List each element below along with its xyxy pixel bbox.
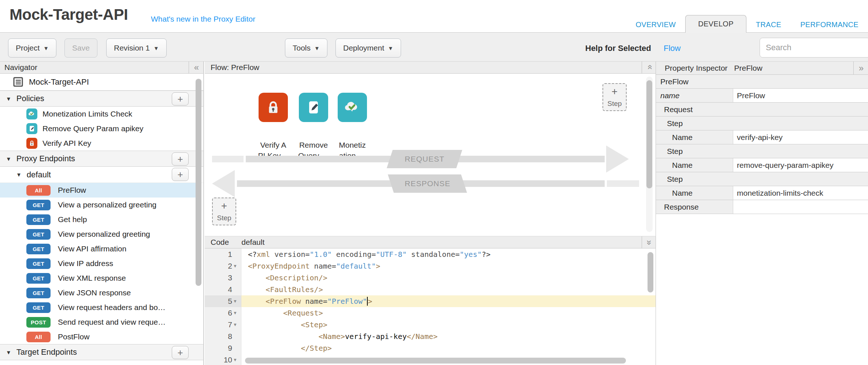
flow-item[interactable]: GET View API affirmation bbox=[0, 242, 203, 256]
triangle-down-icon: ▼ bbox=[6, 349, 11, 355]
add-step-button-bottom[interactable]: + Step bbox=[212, 198, 236, 225]
flow-item[interactable]: GET View personalized greeting bbox=[0, 227, 203, 242]
tools-button[interactable]: Tools▼ bbox=[285, 38, 327, 58]
code-line[interactable]: 9 </Step> bbox=[205, 342, 656, 354]
tab-overview[interactable]: OVERVIEW bbox=[626, 17, 685, 33]
property-inspector-header: Property Inspector PreFlow » bbox=[656, 62, 868, 75]
code-line[interactable]: 6▼ <Request> bbox=[205, 307, 656, 319]
save-button[interactable]: Save bbox=[64, 38, 97, 58]
endpoint-group-default[interactable]: ▼ default + bbox=[0, 167, 203, 183]
flow-step-remove-query-param[interactable] bbox=[299, 93, 328, 122]
fold-icon[interactable]: ▼ bbox=[233, 260, 238, 272]
add-step-button-top[interactable]: + Step bbox=[602, 83, 627, 111]
help-flow-link[interactable]: Flow bbox=[664, 44, 680, 53]
flow-item-preflow[interactable]: All PreFlow bbox=[0, 183, 196, 198]
policy-item[interactable]: Remove Query Param apikey bbox=[0, 121, 203, 136]
expand-panel-button[interactable]: » bbox=[853, 62, 868, 74]
step-name-value-field[interactable]: monetization-limits-check bbox=[733, 186, 868, 200]
code-panel: Code default » 1 <?xml version="1.0" enc… bbox=[205, 236, 656, 365]
tab-trace[interactable]: TRACE bbox=[746, 17, 791, 33]
tab-performance[interactable]: PERFORMANCE bbox=[791, 17, 868, 33]
proxy-bundle-icon bbox=[13, 77, 23, 87]
section-proxy-endpoints[interactable]: ▼ Proxy Endpoints + bbox=[0, 151, 203, 167]
code-editor[interactable]: 1 <?xml version="1.0" encoding="UTF-8" s… bbox=[205, 248, 656, 365]
proxy-editor-app: Mock-Target-API What's new in the Proxy … bbox=[0, 0, 868, 365]
triangle-down-icon: ▼ bbox=[6, 96, 11, 102]
pencil-icon bbox=[26, 123, 37, 134]
navigator-title: Navigator bbox=[4, 63, 37, 72]
chevron-down-icon: ▼ bbox=[43, 45, 49, 51]
search-input[interactable] bbox=[760, 38, 868, 58]
navigator-scrollbar[interactable] bbox=[196, 79, 201, 350]
response-value-field[interactable] bbox=[733, 200, 868, 214]
method-badge: GET bbox=[26, 302, 51, 313]
flow-item[interactable]: GET View IP address bbox=[0, 256, 203, 271]
method-badge: GET bbox=[26, 273, 51, 284]
method-badge: GET bbox=[26, 200, 51, 210]
step-name-value-field[interactable]: remove-query-param-apikey bbox=[733, 158, 868, 172]
code-panel-title: Code bbox=[211, 238, 229, 247]
flow-panel-title: Flow: PreFlow bbox=[211, 63, 259, 72]
inspector-field-row: Name remove-query-param-apikey bbox=[656, 158, 868, 172]
add-proxy-endpoint-button[interactable]: + bbox=[172, 152, 189, 166]
add-policy-button[interactable]: + bbox=[172, 92, 189, 106]
code-line[interactable]: 1 <?xml version="1.0" encoding="UTF-8" s… bbox=[205, 248, 656, 260]
inspector-section-row: PreFlow bbox=[656, 75, 868, 89]
fold-icon[interactable]: ▼ bbox=[233, 319, 238, 331]
method-badge: GET bbox=[26, 229, 51, 240]
flow-item[interactable]: GET Get help bbox=[0, 212, 203, 227]
tab-develop[interactable]: DEVELOP bbox=[685, 15, 746, 33]
deployment-button[interactable]: Deployment▼ bbox=[335, 38, 401, 58]
flow-item-postflow[interactable]: All PostFlow bbox=[0, 329, 203, 344]
section-policies[interactable]: ▼ Policies + bbox=[0, 91, 203, 107]
code-line[interactable]: 8 <Name>verify-api-key</Name> bbox=[205, 331, 656, 342]
flow-item[interactable]: POST Send request and view reque… bbox=[0, 315, 203, 329]
code-line-active[interactable]: 5▼ <PreFlow name="PreFlow"> bbox=[205, 295, 656, 307]
flow-canvas: Verify API Key… RemoveQuery … Monetizati… bbox=[205, 74, 656, 236]
flow-item[interactable]: GET View JSON response bbox=[0, 285, 203, 300]
code-scrollbar[interactable] bbox=[648, 252, 653, 292]
cloud-check-icon bbox=[26, 108, 37, 119]
flow-scrollbar[interactable] bbox=[646, 77, 653, 232]
policy-item[interactable]: Verify API Key bbox=[0, 136, 203, 151]
flow-item[interactable]: GET View XML response bbox=[0, 271, 203, 285]
code-line[interactable]: 7▼ <Step> bbox=[205, 319, 656, 331]
code-line[interactable]: 2▼ <ProxyEndpoint name="default"> bbox=[205, 260, 656, 272]
property-inspector-panel: Property Inspector PreFlow » PreFlow nam… bbox=[656, 62, 868, 365]
code-line[interactable]: 4 <FaultRules/> bbox=[205, 284, 656, 295]
flow-step-verify-api-key[interactable] bbox=[259, 93, 288, 122]
add-flow-button[interactable]: + bbox=[172, 168, 189, 181]
revision-button[interactable]: Revision 1▼ bbox=[106, 38, 167, 58]
flow-item[interactable]: GET View request headers and bo… bbox=[0, 300, 203, 315]
collapse-panel-button[interactable]: « bbox=[189, 62, 203, 73]
method-badge: GET bbox=[26, 214, 51, 225]
horizontal-scrollbar[interactable] bbox=[245, 358, 626, 364]
lock-icon bbox=[26, 138, 37, 149]
policy-item[interactable]: Monetization Limits Check bbox=[0, 107, 203, 121]
flow-item[interactable]: GET View a personalized greeting bbox=[0, 198, 203, 212]
inspector-field-row: Response bbox=[656, 200, 868, 214]
collapse-flow-button[interactable]: » bbox=[642, 62, 656, 73]
fold-icon[interactable]: ▼ bbox=[233, 354, 238, 365]
flow-step-monetization-check[interactable] bbox=[338, 93, 367, 122]
code-line[interactable]: 3 <Description/> bbox=[205, 272, 656, 284]
method-badge: POST bbox=[26, 317, 51, 328]
nav-root-item[interactable]: Mock-Target-API bbox=[0, 74, 203, 91]
collapse-code-button[interactable]: » bbox=[642, 236, 656, 248]
triangle-down-icon: ▼ bbox=[16, 172, 22, 178]
fold-icon[interactable]: ▼ bbox=[233, 295, 238, 307]
whats-new-link[interactable]: What's new in the Proxy Editor bbox=[151, 15, 255, 23]
inspector-field-row: name PreFlow bbox=[656, 89, 868, 103]
project-button[interactable]: Project▼ bbox=[8, 38, 56, 58]
property-inspector-title: Property Inspector bbox=[665, 64, 728, 73]
request-bar-segment bbox=[212, 156, 244, 162]
name-value-field[interactable]: PreFlow bbox=[733, 89, 868, 102]
section-target-endpoints[interactable]: ▼ Target Endpoints + bbox=[0, 344, 203, 360]
step-name-value-field[interactable]: verify-api-key bbox=[733, 130, 868, 144]
method-badge: GET bbox=[26, 288, 51, 298]
fold-icon[interactable]: ▼ bbox=[233, 307, 238, 319]
add-target-endpoint-button[interactable]: + bbox=[172, 346, 189, 359]
navigator-panel: Navigator « Mock-Target-API ▼ Policies +… bbox=[0, 62, 204, 365]
help-for-selected-label: Help for Selected bbox=[585, 44, 651, 53]
request-arrowhead-icon bbox=[606, 145, 629, 173]
